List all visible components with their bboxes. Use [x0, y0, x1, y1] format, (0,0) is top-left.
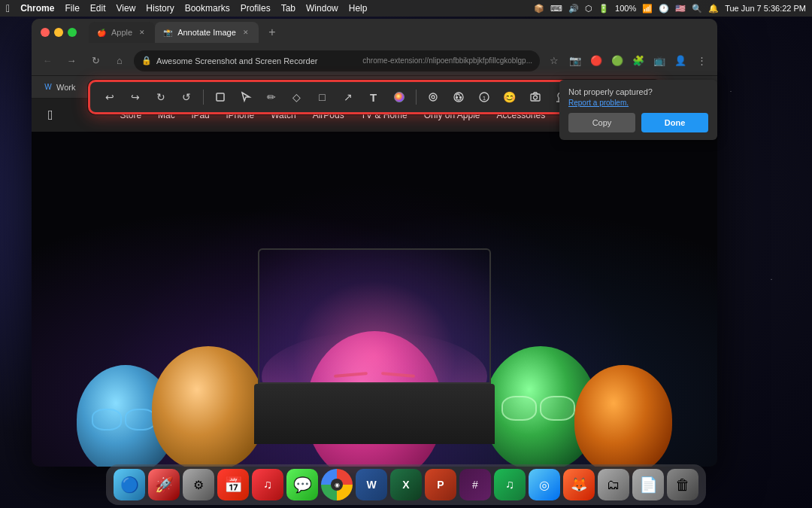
capture-panel: Not properly captured? Report a problem.… — [559, 80, 717, 140]
apple-menu[interactable]:  — [6, 2, 10, 14]
annotation-toolbar-container: ↩ ↪ ↻ ↺ ✏ ◇ □ ↗ T — [32, 80, 717, 114]
svg-rect-0 — [217, 93, 224, 101]
redo-button[interactable]: ↪ — [125, 87, 146, 108]
tab-annotate-title: Annotate Image — [177, 28, 236, 37]
menubar-view[interactable]: View — [117, 3, 136, 14]
select-button[interactable] — [235, 87, 256, 108]
dock-messages[interactable]: 💬 — [286, 469, 318, 500]
dock-safari[interactable]: ◎ — [529, 469, 560, 500]
lock-icon: 🔒 — [141, 56, 152, 65]
datetime: Tue Jun 7 5:36:22 PM — [725, 4, 806, 13]
dock-slack[interactable]: # — [459, 469, 491, 500]
back-button[interactable]: ← — [38, 51, 57, 71]
tab-annotate[interactable]: 📸 Annotate Image ✕ — [155, 22, 259, 43]
screenshot-ext-button[interactable]: 📷 — [565, 51, 585, 71]
volume-icon[interactable]: 🔊 — [568, 4, 579, 14]
dock-spotify[interactable]: ♫ — [494, 469, 526, 500]
screenshot-button[interactable] — [525, 87, 546, 108]
menubar-help[interactable]: Help — [349, 3, 368, 14]
tab-apple-close[interactable]: ✕ — [137, 27, 147, 38]
menubar-bookmarks[interactable]: Bookmarks — [185, 3, 230, 14]
ext-button-2[interactable]: 🟢 — [607, 51, 627, 71]
menubar-edit[interactable]: Edit — [90, 3, 106, 14]
notification-icon[interactable]: 🔔 — [708, 4, 719, 14]
menubar-window[interactable]: Window — [306, 3, 338, 14]
crop-button[interactable] — [210, 87, 231, 108]
highlighter-button[interactable]: ◇ — [286, 87, 308, 108]
dock-trash[interactable]: 🗑 — [667, 469, 698, 500]
home-button[interactable]: ⌂ — [110, 51, 129, 71]
dock-excel[interactable]: X — [390, 469, 422, 500]
new-tab-button[interactable]: + — [262, 22, 283, 43]
address-url-text: chrome-extension://nlipoenfbbikpbjkfpfil… — [362, 56, 532, 65]
dock-word[interactable]: W — [356, 469, 387, 500]
pencil-button[interactable]: ✏ — [261, 87, 282, 108]
address-bar[interactable]: 🔒 Awesome Screenshot and Screen Recorder… — [134, 50, 540, 71]
minimize-button[interactable] — [54, 28, 63, 37]
menubar-history[interactable]: History — [146, 3, 174, 14]
profile-button[interactable]: 👤 — [671, 51, 690, 71]
battery-percent: 100% — [615, 4, 636, 13]
color-button[interactable] — [389, 87, 410, 108]
undo-button[interactable]: ↩ — [99, 87, 120, 108]
nav-actions: ☆ 📷 🔴 🟢 🧩 📺 👤 ⋮ — [544, 51, 711, 71]
memoji-left2 — [152, 346, 265, 467]
menubar-app-name[interactable]: Chrome — [20, 3, 54, 14]
menu-button[interactable]: ⋮ — [692, 51, 711, 71]
counter-button[interactable]: 1 — [474, 87, 495, 108]
blur-button[interactable] — [423, 87, 444, 108]
wifi-icon[interactable]: 📶 — [642, 4, 653, 14]
copy-button[interactable]: Copy — [568, 113, 635, 132]
svg-point-3 — [432, 96, 435, 99]
rotate-cw-button[interactable]: ↻ — [150, 87, 171, 108]
memoji-right1-head — [574, 365, 672, 467]
refresh-button[interactable]: ↻ — [86, 51, 105, 71]
forward-button[interactable]: → — [62, 51, 81, 71]
title-bar: 🍎 Apple ✕ 📸 Annotate Image ✕ + — [32, 19, 717, 46]
cast-button[interactable]: 📺 — [650, 51, 669, 71]
menubar-file[interactable]: File — [65, 3, 79, 14]
dock-settings[interactable]: ⚙ — [183, 469, 214, 500]
nav-bar: ← → ↻ ⌂ 🔒 Awesome Screenshot and Screen … — [32, 46, 717, 76]
tab-annotate-close[interactable]: ✕ — [241, 27, 251, 38]
dock-launchpad[interactable]: 🚀 — [148, 469, 180, 500]
rotate-ccw-button[interactable]: ↺ — [176, 87, 197, 108]
dock-files[interactable]: 🗂 — [598, 469, 629, 500]
dropbox-icon[interactable]: 📦 — [534, 4, 544, 14]
tab-apple-title: Apple — [111, 28, 132, 37]
dock-finder[interactable]: 🔵 — [114, 469, 145, 500]
sticker-button[interactable] — [448, 87, 469, 108]
memoji-scene — [32, 132, 717, 467]
dock-firefox[interactable]: 🦊 — [563, 469, 595, 500]
emoji-button[interactable]: 😊 — [499, 87, 520, 108]
report-problem-link[interactable]: Report a problem. — [568, 99, 708, 107]
dock-powerpoint[interactable]: P — [425, 469, 456, 500]
tab-apple[interactable]: 🍎 Apple ✕ — [89, 22, 155, 43]
dock-preview[interactable]: 📄 — [632, 469, 664, 500]
spotlight-icon[interactable]: 🔍 — [692, 4, 702, 14]
maximize-button[interactable] — [68, 28, 77, 37]
done-button[interactable]: Done — [641, 113, 708, 132]
address-main-text: Awesome Screenshot and Screen Recorder — [156, 56, 358, 65]
battery-icon: 🔋 — [598, 4, 609, 14]
menubar-right: 📦 ⌨ 🔊 ⬡ 🔋 100% 📶 🕐 🇺🇸 🔍 🔔 Tue Jun 7 5:36… — [534, 4, 806, 14]
memoji-left2-head — [152, 346, 265, 467]
apple-hero — [32, 132, 717, 467]
flag-icon: 🇺🇸 — [675, 4, 686, 14]
arrow-button[interactable]: ↗ — [338, 87, 359, 108]
svg-point-5 — [456, 97, 457, 99]
ext-button-1[interactable]: 🔴 — [586, 51, 606, 71]
dock-calendar[interactable]: 📅 — [217, 469, 249, 500]
bluetooth-icon[interactable]: ⬡ — [585, 4, 592, 14]
rectangle-button[interactable]: □ — [312, 87, 333, 108]
text-button[interactable]: T — [363, 87, 384, 108]
bookmark-star-button[interactable]: ☆ — [544, 51, 564, 71]
menubar-tab[interactable]: Tab — [281, 3, 295, 14]
dock-music[interactable]: ♫ — [252, 469, 283, 500]
close-button[interactable] — [41, 28, 50, 37]
dock-chrome[interactable]: ◉ — [321, 469, 353, 500]
time-machine-icon[interactable]: 🕐 — [659, 4, 669, 14]
menubar-profiles[interactable]: Profiles — [241, 3, 271, 14]
tab-apple-favicon: 🍎 — [96, 27, 107, 38]
extensions-button[interactable]: 🧩 — [629, 51, 648, 71]
